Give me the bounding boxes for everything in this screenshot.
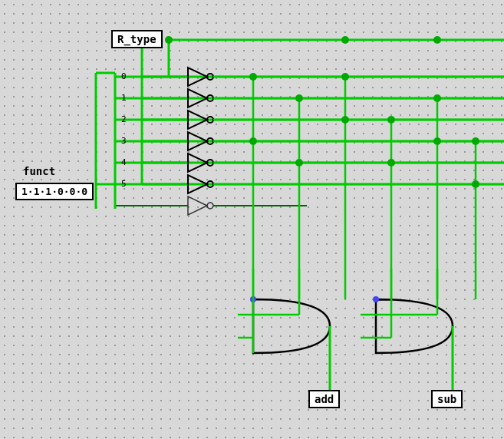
- svg-text:5: 5: [121, 179, 127, 189]
- svg-point-52: [341, 116, 349, 124]
- svg-text:1: 1: [121, 93, 127, 103]
- svg-point-55: [433, 94, 441, 102]
- svg-point-61: [341, 36, 349, 44]
- svg-point-51: [341, 73, 349, 81]
- r-type-label: R_type: [111, 30, 163, 48]
- funct-value-box: 1·1·1·0·0·0: [15, 183, 94, 200]
- funct-label: funct: [23, 165, 55, 177]
- sub-label: sub: [431, 390, 463, 408]
- svg-point-70: [373, 296, 379, 302]
- svg-point-53: [387, 116, 395, 124]
- svg-point-57: [472, 137, 479, 145]
- svg-text:2: 2: [121, 114, 127, 124]
- circuit-diagram: 0 1 2 3 4 5: [0, 0, 504, 439]
- add-label: add: [308, 390, 340, 408]
- svg-point-58: [472, 180, 479, 188]
- svg-point-47: [249, 73, 257, 81]
- svg-text:0: 0: [121, 71, 127, 81]
- svg-text:4: 4: [121, 157, 127, 167]
- svg-point-50: [295, 159, 303, 167]
- svg-point-54: [387, 159, 395, 167]
- svg-point-49: [295, 94, 303, 102]
- svg-marker-32: [188, 196, 207, 215]
- svg-point-56: [433, 137, 441, 145]
- svg-point-62: [433, 36, 441, 44]
- svg-point-60: [165, 36, 173, 44]
- svg-point-48: [249, 137, 257, 145]
- svg-text:3: 3: [121, 136, 127, 146]
